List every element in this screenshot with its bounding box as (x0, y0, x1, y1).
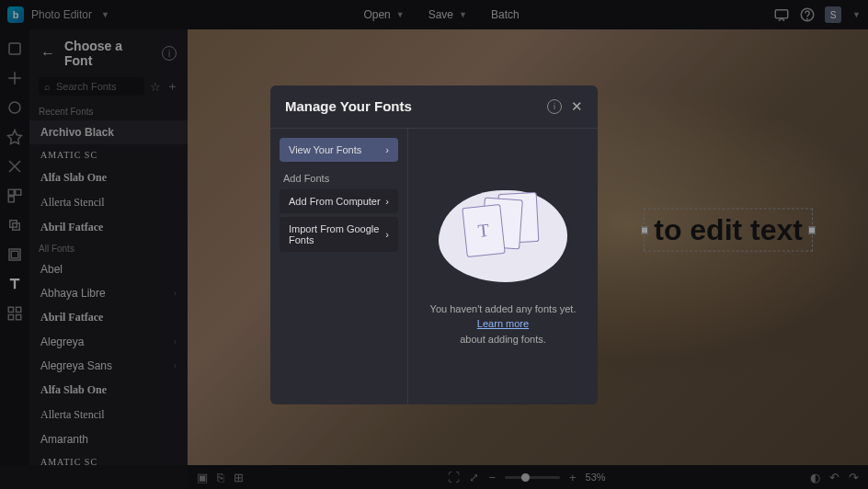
empty-text-2: about adding fonts. (460, 334, 546, 345)
learn-more-link[interactable]: Learn more (477, 318, 529, 329)
modal-overlay: Manage Your Fonts i ✕ View Your Fonts› A… (0, 0, 868, 489)
empty-state-illustration: T (439, 186, 567, 287)
add-computer-label: Add From Computer (289, 196, 381, 207)
info-icon[interactable]: i (547, 99, 562, 114)
chevron-right-icon: › (385, 229, 389, 240)
modal-sidebar: View Your Fonts› Add Fonts Add From Comp… (270, 129, 408, 404)
add-fonts-section-label: Add Fonts (280, 165, 398, 189)
add-from-computer-button[interactable]: Add From Computer› (280, 189, 398, 213)
manage-fonts-modal: Manage Your Fonts i ✕ View Your Fonts› A… (270, 85, 598, 404)
view-fonts-label: View Your Fonts (289, 144, 361, 155)
modal-title: Manage Your Fonts (285, 98, 547, 114)
chevron-right-icon: › (385, 144, 389, 155)
chevron-right-icon: › (385, 196, 389, 207)
view-fonts-button[interactable]: View Your Fonts› (280, 138, 398, 162)
import-google-label: Import From Google Fonts (289, 223, 385, 245)
empty-state-text: You haven't added any fonts yet. Learn m… (423, 301, 583, 347)
empty-text-1: You haven't added any fonts yet. (430, 303, 577, 314)
import-google-fonts-button[interactable]: Import From Google Fonts› (280, 217, 398, 252)
modal-content: T You haven't added any fonts yet. Learn… (408, 129, 598, 404)
close-icon[interactable]: ✕ (571, 98, 583, 115)
